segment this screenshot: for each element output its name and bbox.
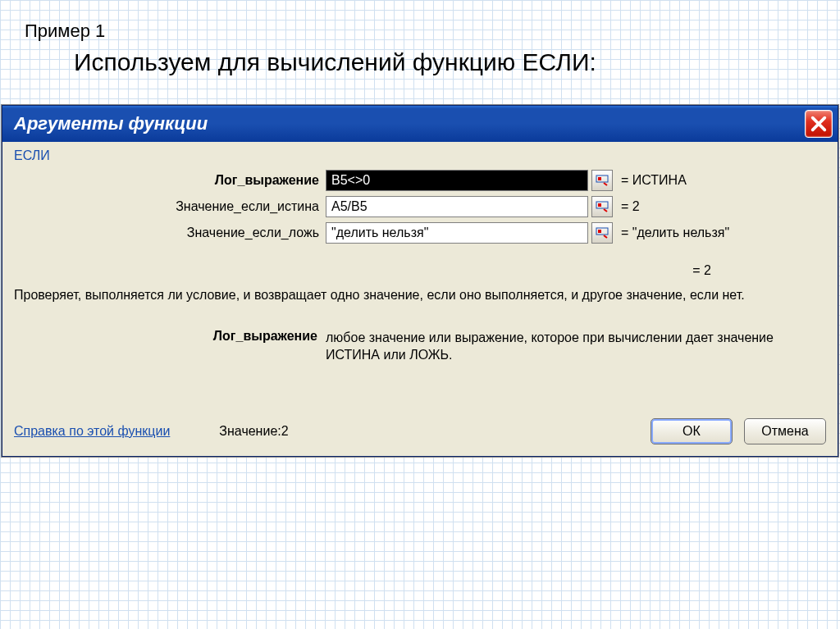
cancel-button[interactable]: Отмена xyxy=(744,418,826,444)
titlebar: Аргументы функции xyxy=(2,106,838,142)
function-arguments-dialog: Аргументы функции ЕСЛИ Лог_выражение = И… xyxy=(2,105,838,457)
range-selector-button[interactable] xyxy=(591,170,613,191)
arg-result: = ИСТИНА xyxy=(621,173,687,188)
arg-label: Значение_если_ложь xyxy=(14,226,326,240)
argument-help-text: любое значение или выражение, которое пр… xyxy=(326,329,826,364)
svg-rect-3 xyxy=(598,203,601,207)
example-label: Пример 1 xyxy=(25,21,815,42)
result-value-label: Значение:2 xyxy=(219,424,288,439)
close-icon xyxy=(810,115,828,133)
arg-row-value-if-false: Значение_если_ложь = "делить нельзя" xyxy=(14,222,826,244)
arg-label: Лог_выражение xyxy=(14,173,326,188)
arg-result: = "делить нельзя" xyxy=(621,226,729,240)
arg-result: = 2 xyxy=(621,199,640,214)
arg-label: Значение_если_истина xyxy=(14,199,326,214)
arg-row-logical-test: Лог_выражение = ИСТИНА xyxy=(14,170,826,191)
help-link[interactable]: Справка по этой функции xyxy=(14,424,170,439)
function-description: Проверяет, выполняется ли условие, и воз… xyxy=(14,286,826,304)
argument-help-label: Лог_выражение xyxy=(14,329,326,364)
arg-input-value-if-true[interactable] xyxy=(326,196,588,217)
argument-help: Лог_выражение любое значение или выражен… xyxy=(14,329,826,364)
arg-input-value-if-false[interactable] xyxy=(326,222,588,244)
close-button[interactable] xyxy=(805,110,833,138)
range-selector-button[interactable] xyxy=(591,222,613,244)
svg-rect-1 xyxy=(598,177,601,180)
ok-button[interactable]: ОК xyxy=(651,418,733,444)
arg-row-value-if-true: Значение_если_истина = 2 xyxy=(14,196,826,217)
overall-result: = 2 xyxy=(14,263,826,278)
range-icon xyxy=(596,201,609,212)
svg-rect-5 xyxy=(598,230,601,233)
dialog-footer: Справка по этой функции Значение:2 ОК От… xyxy=(14,413,826,444)
subtitle: Используем для вычислений функцию ЕСЛИ: xyxy=(74,48,815,76)
dialog-title: Аргументы функции xyxy=(14,113,208,134)
range-icon xyxy=(596,227,609,239)
arg-input-logical-test[interactable] xyxy=(326,170,588,191)
function-name: ЕСЛИ xyxy=(14,148,826,163)
range-icon xyxy=(596,175,609,186)
range-selector-button[interactable] xyxy=(591,196,613,217)
